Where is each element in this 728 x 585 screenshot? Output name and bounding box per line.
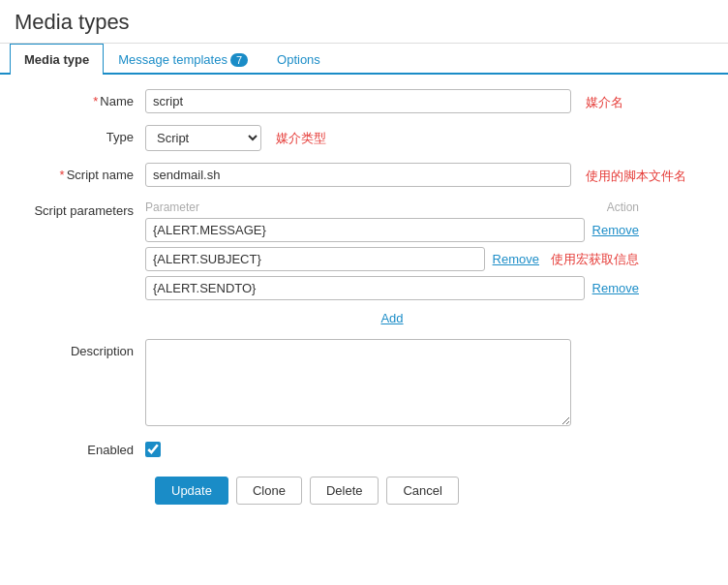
delete-button[interactable]: Delete (310, 477, 379, 505)
form-content: *Name 媒介名 Type Script Email SMS Jabber E… (0, 75, 728, 519)
type-label: Type (10, 125, 145, 144)
remove-button-3[interactable]: Remove (592, 281, 639, 295)
type-select[interactable]: Script Email SMS Jabber Ez Texting (145, 125, 261, 151)
description-label: Description (10, 339, 145, 358)
add-param-button[interactable]: Add (145, 309, 639, 327)
script-name-annotation: 使用的脚本文件名 (586, 163, 686, 185)
tab-media-type[interactable]: Media type (10, 44, 104, 75)
description-row: Description (10, 339, 718, 426)
script-params-header: Parameter Action (145, 199, 639, 218)
script-params-row: Script parameters Parameter Action Remov… (10, 199, 718, 327)
tabs-bar: Media type Message templates7 Options (0, 44, 728, 75)
name-label: *Name (10, 89, 145, 108)
page-title: Media types (15, 10, 713, 35)
clone-button[interactable]: Clone (236, 477, 302, 505)
param-col-header: Parameter (145, 200, 199, 214)
enabled-row: Enabled (10, 438, 718, 457)
param-input-2[interactable] (145, 247, 485, 271)
enabled-checkbox[interactable] (145, 442, 161, 457)
param-annotation-2: 使用宏获取信息 (551, 251, 639, 268)
param-row-3: Remove (145, 276, 639, 300)
description-textarea[interactable] (145, 339, 571, 426)
message-templates-badge: 7 (230, 53, 248, 67)
type-row: Type Script Email SMS Jabber Ez Texting … (10, 125, 718, 151)
enabled-label: Enabled (10, 438, 145, 457)
param-input-3[interactable] (145, 276, 585, 300)
script-name-label: *Script name (10, 163, 145, 182)
remove-button-1[interactable]: Remove (592, 223, 639, 237)
param-row-1: Remove (145, 218, 639, 242)
name-input[interactable] (145, 89, 571, 113)
update-button[interactable]: Update (155, 477, 228, 505)
param-input-1[interactable] (145, 218, 585, 242)
script-params-label: Script parameters (10, 199, 145, 218)
script-name-input[interactable] (145, 163, 571, 187)
script-name-required-star: * (60, 168, 65, 182)
script-params-block: Parameter Action Remove Remove 使用宏获取信息 R… (145, 199, 639, 327)
remove-button-2[interactable]: Remove (493, 252, 539, 266)
page-header: Media types (0, 0, 728, 44)
name-row: *Name 媒介名 (10, 89, 718, 113)
name-required-star: * (93, 94, 98, 108)
form-buttons: Update Clone Delete Cancel (155, 477, 718, 505)
cancel-button[interactable]: Cancel (386, 477, 458, 505)
tab-message-templates[interactable]: Message templates7 (104, 44, 262, 75)
param-row-2: Remove 使用宏获取信息 (145, 247, 639, 271)
type-annotation: 媒介类型 (276, 125, 326, 147)
script-name-row: *Script name 使用的脚本文件名 (10, 163, 718, 187)
tab-options[interactable]: Options (262, 44, 335, 75)
action-col-header: Action (607, 200, 639, 214)
tab-message-templates-label: Message templates (118, 52, 228, 67)
name-annotation: 媒介名 (586, 89, 623, 111)
